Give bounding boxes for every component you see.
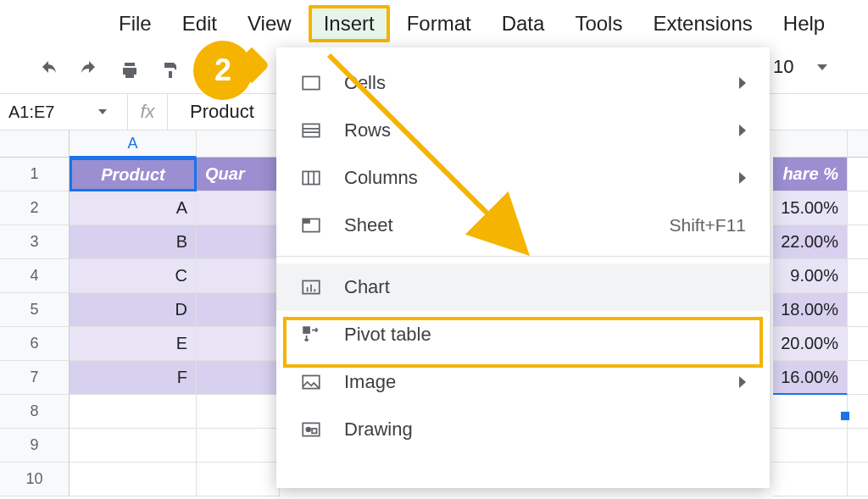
drawing-icon xyxy=(300,419,322,441)
cell-e6[interactable]: 20.00% xyxy=(773,327,848,361)
cell-a4[interactable]: C xyxy=(70,259,197,293)
formula-bar[interactable]: Product xyxy=(168,101,254,123)
row-header[interactable]: 4 xyxy=(0,259,70,293)
cell-a1[interactable]: Product xyxy=(70,158,197,191)
dd-chart-label: Chart xyxy=(344,276,746,298)
chevron-right-icon xyxy=(739,376,746,388)
svg-rect-1 xyxy=(303,124,320,136)
cell-e7[interactable]: 16.00% xyxy=(773,361,848,395)
dd-image-label: Image xyxy=(344,371,717,393)
sheet-icon xyxy=(300,214,322,236)
undo-icon[interactable] xyxy=(34,56,63,85)
cell-e5[interactable]: 18.00% xyxy=(773,293,848,327)
menu-help[interactable]: Help xyxy=(770,5,838,42)
cell-b3[interactable] xyxy=(197,225,280,259)
cell-e3[interactable]: 22.00% xyxy=(773,225,848,259)
menu-separator xyxy=(276,256,770,257)
row-header[interactable]: 10 xyxy=(0,463,70,496)
svg-rect-17 xyxy=(312,429,316,433)
dd-drawing[interactable]: Drawing xyxy=(276,406,770,453)
row-header[interactable]: 9 xyxy=(0,429,70,463)
select-all-corner[interactable] xyxy=(0,130,70,158)
menu-tools[interactable]: Tools xyxy=(561,5,636,42)
column-header-f[interactable] xyxy=(848,130,868,158)
svg-rect-8 xyxy=(303,219,310,223)
rows-icon xyxy=(300,119,322,141)
dd-pivot-label: Pivot table xyxy=(344,324,746,346)
menu-extensions[interactable]: Extensions xyxy=(639,5,765,42)
svg-rect-0 xyxy=(303,76,320,89)
dd-sheet-shortcut: Shift+F11 xyxy=(670,215,746,236)
cells-icon xyxy=(300,72,322,94)
image-icon xyxy=(300,371,322,393)
cell-b7[interactable] xyxy=(197,361,280,395)
cell-e1[interactable]: hare % xyxy=(773,158,848,191)
row-header[interactable]: 6 xyxy=(0,327,70,361)
column-header-b[interactable] xyxy=(197,130,280,158)
svg-rect-4 xyxy=(303,171,320,184)
chevron-down-icon[interactable] xyxy=(98,109,107,114)
menu-format[interactable]: Format xyxy=(393,5,485,42)
dd-sheet-label: Sheet xyxy=(344,214,648,236)
svg-point-16 xyxy=(306,427,312,433)
dd-cells-label: Cells xyxy=(344,72,717,94)
menu-edit[interactable]: Edit xyxy=(169,5,231,42)
pivot-table-icon xyxy=(300,324,322,346)
row-header[interactable]: 5 xyxy=(0,293,70,327)
cell-e4[interactable]: 9.00% xyxy=(773,259,848,293)
step-badge: 2 xyxy=(193,41,253,100)
fx-label: fx xyxy=(127,94,168,130)
dd-drawing-label: Drawing xyxy=(344,419,746,441)
columns-icon xyxy=(300,167,322,189)
cell-b1[interactable]: Quar xyxy=(197,158,280,191)
chevron-right-icon xyxy=(739,172,746,184)
paint-format-icon[interactable] xyxy=(156,56,185,85)
cell-f1[interactable] xyxy=(848,158,868,191)
row-header[interactable]: 8 xyxy=(0,395,70,429)
dd-image[interactable]: Image xyxy=(276,358,770,406)
cell-a5[interactable]: D xyxy=(70,293,197,327)
dd-rows[interactable]: Rows xyxy=(276,107,770,154)
redo-icon[interactable] xyxy=(75,56,103,85)
row-header[interactable]: 2 xyxy=(0,191,70,225)
dd-chart[interactable]: Chart xyxy=(276,263,770,311)
column-header-e[interactable] xyxy=(773,130,848,158)
cell-a7[interactable]: F xyxy=(70,361,197,395)
print-icon[interactable] xyxy=(115,56,144,85)
row-header[interactable]: 7 xyxy=(0,361,70,395)
chart-icon xyxy=(300,276,322,298)
name-box[interactable]: A1:E7 xyxy=(8,103,54,122)
cell-b4[interactable] xyxy=(197,259,280,293)
chevron-down-icon[interactable] xyxy=(817,64,827,70)
insert-dropdown: Cells Rows Columns Sheet Shift+F11 Chart… xyxy=(276,47,770,488)
dd-cells[interactable]: Cells xyxy=(276,59,770,107)
row-header[interactable]: 3 xyxy=(0,225,70,259)
cell-b2[interactable] xyxy=(197,191,280,225)
row-header[interactable]: 1 xyxy=(0,158,70,191)
dd-columns-label: Columns xyxy=(344,167,717,189)
chevron-right-icon xyxy=(739,125,746,136)
cell-e2[interactable]: 15.00% xyxy=(773,191,848,225)
dd-pivot[interactable]: Pivot table xyxy=(276,311,770,358)
dd-sheet[interactable]: Sheet Shift+F11 xyxy=(276,202,770,249)
font-size-value[interactable]: 10 xyxy=(773,56,793,78)
menu-data[interactable]: Data xyxy=(488,5,559,42)
cell-b6[interactable] xyxy=(197,327,280,361)
menu-view[interactable]: View xyxy=(234,5,305,42)
svg-rect-13 xyxy=(303,326,310,334)
cell-a2[interactable]: A xyxy=(70,191,197,225)
menu-insert[interactable]: Insert xyxy=(309,5,390,42)
dd-rows-label: Rows xyxy=(344,119,717,141)
cell-a6[interactable]: E xyxy=(70,327,197,361)
cell-b5[interactable] xyxy=(197,293,280,327)
chevron-right-icon xyxy=(739,77,746,89)
menu-file[interactable]: File xyxy=(105,5,165,42)
column-header-a[interactable]: A xyxy=(70,130,197,158)
menu-bar: File Edit View Insert Format Data Tools … xyxy=(0,0,868,47)
dd-columns[interactable]: Columns xyxy=(276,154,770,202)
selection-handle[interactable] xyxy=(841,412,849,420)
cell-a3[interactable]: B xyxy=(70,225,197,259)
